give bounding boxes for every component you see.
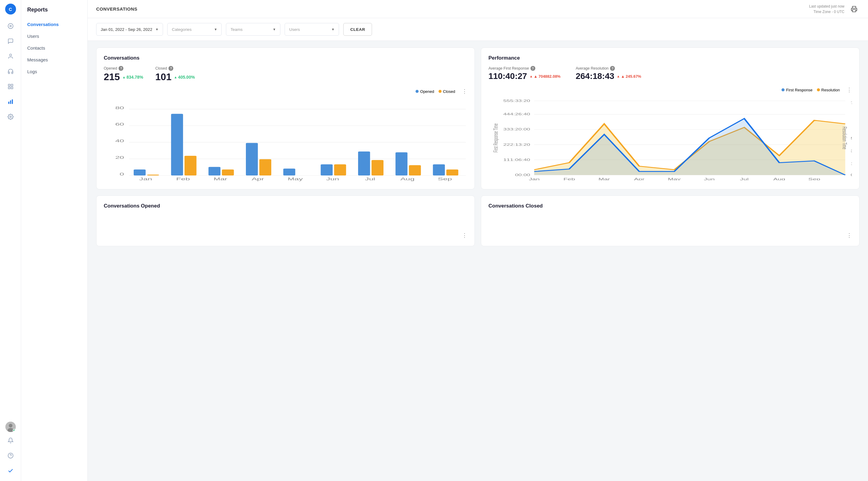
bottom-cards-row: Conversations Opened ⋮ Conversations Clo… xyxy=(96,196,860,246)
legend-first-response: First Response xyxy=(781,88,812,92)
svg-text:Feb: Feb xyxy=(563,177,575,180)
avg-resolution-value: 264:18:43 ▲ 245.67% xyxy=(576,71,641,81)
date-range-filter[interactable]: Jan 01, 2022 - Sep 26, 2022 ▼ xyxy=(96,23,163,36)
nav-item-logs[interactable]: Logs xyxy=(21,66,87,78)
svg-text:Sep: Sep xyxy=(808,177,820,180)
chat-icon[interactable] xyxy=(4,34,17,48)
performance-card: Performance Average First Response ? 110… xyxy=(481,48,860,189)
legend-closed: Closed xyxy=(438,89,455,94)
svg-rect-31 xyxy=(185,156,196,176)
nav-item-messages[interactable]: Messages xyxy=(21,54,87,66)
nav-item-users[interactable]: Users xyxy=(21,30,87,42)
avg-first-response-change: ▲ 704882.08% xyxy=(530,74,561,79)
sidebar-bottom xyxy=(4,422,17,477)
conversations-opened-title: Conversations Opened xyxy=(104,203,467,209)
print-button[interactable] xyxy=(849,4,860,14)
svg-text:222:13:20: 222:13:20 xyxy=(503,143,530,146)
svg-text:Jan: Jan xyxy=(139,177,152,181)
svg-text:Apr: Apr xyxy=(252,177,264,181)
conversations-bar-chart: 0 20 40 60 80 JanFebMarAprMayJunJulAugSe… xyxy=(104,97,467,182)
listen-icon[interactable] xyxy=(4,65,17,78)
top-cards-row: Conversations Opened ? 215 834.78% xyxy=(96,48,860,189)
app-avatar: C xyxy=(5,4,16,14)
svg-rect-45 xyxy=(358,152,370,176)
avg-first-response-help-icon[interactable]: ? xyxy=(530,66,535,71)
opened-help-icon[interactable]: ? xyxy=(119,66,123,71)
users-chevron-icon: ▼ xyxy=(331,28,335,31)
svg-text:May: May xyxy=(288,177,303,181)
categories-filter[interactable]: Categories ▼ xyxy=(167,23,222,36)
svg-text:Sep: Sep xyxy=(438,177,452,181)
last-updated: Last updated just now Time Zone - 0 UTC xyxy=(809,4,844,14)
team-icon[interactable] xyxy=(4,80,17,93)
svg-text:0: 0 xyxy=(120,172,124,176)
svg-text:May: May xyxy=(668,177,681,180)
help-icon[interactable] xyxy=(4,449,17,462)
notification-icon[interactable] xyxy=(4,434,17,447)
avg-resolution-label: Average Resolution ? xyxy=(576,66,641,71)
svg-rect-43 xyxy=(334,164,346,176)
nav-item-contacts[interactable]: Contacts xyxy=(21,42,87,54)
opened-legend-dot xyxy=(415,90,418,93)
svg-text:60: 60 xyxy=(115,122,124,126)
conversations-closed-card: Conversations Closed ⋮ xyxy=(481,196,860,246)
checkmark-icon[interactable] xyxy=(4,464,17,477)
svg-text:333:20:00: 333:20:00 xyxy=(503,128,530,131)
conversations-chart-menu[interactable]: ⋮ xyxy=(462,88,467,95)
svg-text:Mar: Mar xyxy=(214,177,227,181)
avg-first-response-label: Average First Response ? xyxy=(489,66,560,71)
nav-item-conversations[interactable]: Conversations xyxy=(21,19,87,30)
performance-line-chart: 00:00 111:06:40 222:13:20 333:20:00 444:… xyxy=(489,96,852,180)
closed-change: 405.00% xyxy=(174,75,195,80)
svg-text:444:26:40: 444:26:40 xyxy=(503,113,530,116)
user-status-dot xyxy=(13,429,16,432)
svg-text:Jul: Jul xyxy=(740,177,748,180)
avg-resolution-change: ▲ 245.67% xyxy=(617,74,641,79)
svg-text:40: 40 xyxy=(115,139,124,143)
avg-resolution-help-icon[interactable]: ? xyxy=(610,66,615,71)
svg-text:Apr: Apr xyxy=(634,177,645,180)
svg-rect-37 xyxy=(259,159,271,176)
svg-point-12 xyxy=(9,424,12,427)
closed-help-icon[interactable]: ? xyxy=(168,66,173,71)
teams-filter[interactable]: Teams ▼ xyxy=(226,23,280,36)
conversations-card: Conversations Opened ? 215 834.78% xyxy=(96,48,475,189)
avg-first-response-metric: Average First Response ? 110:40:27 ▲ 704… xyxy=(489,66,560,81)
svg-text:00:00: 00:00 xyxy=(515,173,530,177)
nav-title: Reports xyxy=(21,0,87,19)
page-title: CONVERSATIONS xyxy=(96,6,137,11)
opened-label: Opened ? xyxy=(104,66,143,71)
svg-rect-6 xyxy=(8,87,10,89)
home-icon[interactable] xyxy=(4,19,17,33)
settings-icon[interactable] xyxy=(4,110,17,123)
performance-chart-menu[interactable]: ⋮ xyxy=(846,87,852,93)
sidebar: C xyxy=(0,0,21,481)
svg-rect-36 xyxy=(246,143,258,176)
svg-text:Feb: Feb xyxy=(176,177,190,181)
svg-text:194:26:40: 194:26:40 xyxy=(851,162,852,165)
svg-rect-33 xyxy=(208,167,220,176)
svg-point-1 xyxy=(10,25,11,27)
svg-point-10 xyxy=(10,116,11,118)
closed-chart-menu[interactable]: ⋮ xyxy=(846,232,852,239)
svg-rect-49 xyxy=(409,165,421,176)
svg-text:111:06:40: 111:06:40 xyxy=(503,158,530,161)
contacts-icon[interactable] xyxy=(4,50,17,63)
first-response-legend-dot xyxy=(781,88,784,91)
conversations-opened-card: Conversations Opened ⋮ xyxy=(96,196,475,246)
opened-metric: Opened ? 215 834.78% xyxy=(104,66,143,83)
svg-text:Jun: Jun xyxy=(326,177,339,181)
svg-text:Aug: Aug xyxy=(773,177,785,180)
svg-text:Jun: Jun xyxy=(704,177,715,180)
clear-button[interactable]: CLEAR xyxy=(343,23,372,36)
svg-point-2 xyxy=(9,54,11,56)
user-avatar[interactable] xyxy=(5,422,16,432)
users-filter[interactable]: Users ▼ xyxy=(285,23,339,36)
svg-text:00:00: 00:00 xyxy=(851,173,852,177)
opened-chart-menu[interactable]: ⋮ xyxy=(462,232,467,239)
svg-rect-4 xyxy=(11,84,13,86)
reports-icon[interactable] xyxy=(4,95,17,108)
svg-text:Mar: Mar xyxy=(598,177,610,180)
filter-bar: Jan 01, 2022 - Sep 26, 2022 ▼ Categories… xyxy=(88,18,868,41)
svg-text:Resolution Time: Resolution Time xyxy=(841,126,848,149)
